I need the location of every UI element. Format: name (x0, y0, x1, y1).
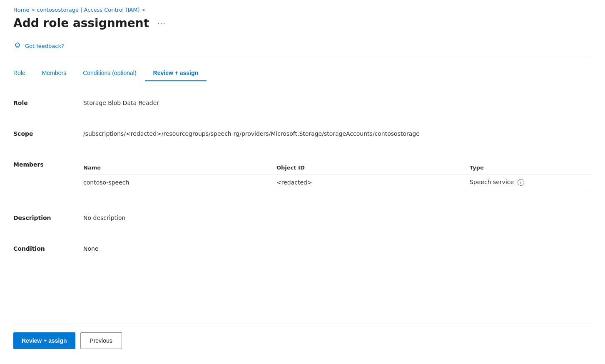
breadcrumb-sep2: > (141, 7, 145, 13)
role-label: Role (13, 93, 80, 113)
description-label: Description (13, 208, 80, 228)
condition-label: Condition (13, 239, 80, 259)
page-title: Add role assignment (13, 16, 149, 30)
content-grid: Role Storage Blob Data Reader Scope /sub… (13, 93, 592, 269)
member-name: contoso-speech (83, 175, 276, 190)
feedback-bar[interactable]: Got feedback? (13, 38, 592, 53)
col-header-name: Name (83, 161, 276, 175)
tabs-container: Role Members Conditions (optional) Revie… (13, 65, 592, 81)
breadcrumb-storage[interactable]: contosostorage | Access Control (IAM) (37, 7, 139, 13)
col-header-type: Type (470, 161, 592, 175)
feedback-label: Got feedback? (25, 43, 64, 49)
members-table-container: Name Object ID Type contoso-speech <reda… (80, 155, 592, 197)
scope-label: Scope (13, 124, 80, 144)
more-options-button[interactable]: ··· (154, 17, 170, 30)
description-value: No description (80, 208, 592, 228)
col-header-objectid: Object ID (276, 161, 470, 175)
tab-review-assign[interactable]: Review + assign (145, 65, 207, 81)
tab-role[interactable]: Role (13, 65, 34, 81)
member-object-id: <redacted> (276, 175, 470, 190)
condition-value: None (80, 239, 592, 259)
top-divider (13, 57, 592, 57)
members-label: Members (13, 155, 80, 175)
member-type: Speech service i (470, 175, 592, 190)
table-row: contoso-speech <redacted> Speech service… (83, 175, 592, 190)
breadcrumb: Home > contosostorage | Access Control (… (13, 7, 592, 13)
previous-button[interactable]: Previous (80, 332, 122, 349)
breadcrumb-sep1: > (31, 7, 35, 13)
bottom-bar: Review + assign Previous (13, 324, 592, 357)
review-assign-button[interactable]: Review + assign (13, 332, 75, 349)
page-wrapper: Home > contosostorage | Access Control (… (0, 0, 605, 364)
page-header: Add role assignment ··· (13, 16, 592, 30)
type-info-icon[interactable]: i (518, 179, 524, 186)
members-table: Name Object ID Type contoso-speech <reda… (83, 161, 592, 190)
feedback-icon (13, 42, 22, 50)
breadcrumb-home[interactable]: Home (13, 7, 29, 13)
tab-members[interactable]: Members (34, 65, 75, 81)
role-value: Storage Blob Data Reader (80, 93, 592, 113)
scope-value: /subscriptions/<redacted>/resourcegroups… (80, 124, 592, 144)
tab-conditions[interactable]: Conditions (optional) (75, 65, 144, 81)
members-table-header-row: Name Object ID Type (83, 161, 592, 175)
